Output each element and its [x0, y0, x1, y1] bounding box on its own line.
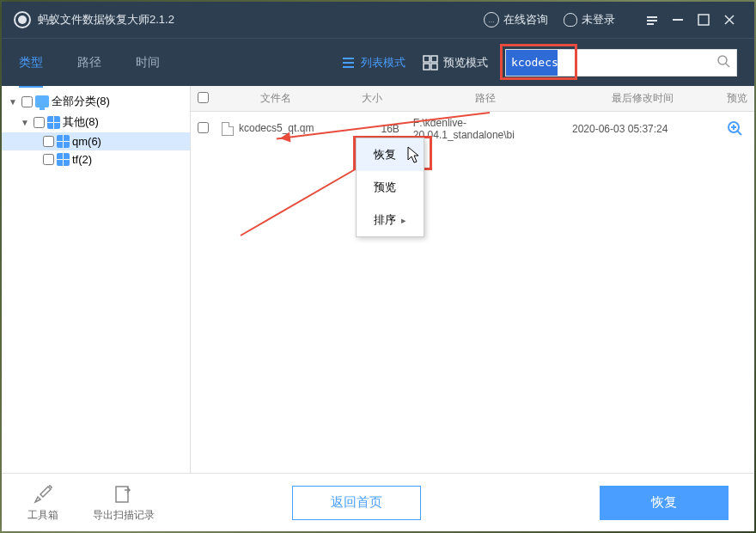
- wrench-icon: [32, 483, 54, 505]
- svg-rect-10: [424, 64, 430, 70]
- list-mode-label: 列表模式: [361, 55, 405, 70]
- preview-mode-button[interactable]: 预览模式: [423, 55, 488, 70]
- tree-tf[interactable]: tf(2): [2, 150, 190, 168]
- row-size: 16B: [338, 123, 406, 135]
- svg-rect-2: [647, 23, 654, 25]
- svg-rect-11: [431, 64, 437, 70]
- svg-rect-3: [673, 19, 683, 21]
- user-icon: [564, 13, 577, 27]
- tab-type[interactable]: 类型: [19, 50, 43, 76]
- svg-rect-0: [647, 16, 657, 18]
- select-all-checkbox[interactable]: [198, 92, 209, 103]
- sidebar: ▼ 全部分类(8) ▼ 其他(8) qm(6) tf(2): [2, 86, 191, 473]
- footer: 工具箱 导出扫描记录 返回首页 恢复: [2, 473, 754, 531]
- cursor-icon: [407, 146, 421, 167]
- col-size[interactable]: 大小: [338, 91, 406, 106]
- svg-rect-8: [424, 56, 430, 62]
- ctx-preview[interactable]: 预览: [357, 171, 424, 204]
- svg-line-15: [737, 131, 741, 135]
- col-name[interactable]: 文件名: [215, 91, 338, 106]
- titlebar: 蚂蚁文件数据恢复大师2.1.2 … 在线咨询 未登录: [2, 2, 754, 38]
- category-icon: [47, 116, 60, 129]
- category-icon: [57, 153, 70, 166]
- svg-line-13: [726, 64, 729, 67]
- search-input[interactable]: [505, 49, 737, 77]
- toolbox-label: 工具箱: [27, 508, 58, 523]
- col-preview[interactable]: 预览: [720, 91, 754, 106]
- app-logo-icon: [14, 11, 31, 28]
- monitor-icon: [35, 95, 49, 107]
- search-icon[interactable]: [716, 54, 730, 71]
- svg-rect-18: [116, 487, 128, 502]
- minimize-button[interactable]: [665, 2, 691, 38]
- svg-rect-9: [431, 56, 437, 62]
- toolbar: 类型 路径 时间 列表模式 预览模式: [2, 38, 754, 86]
- export-button[interactable]: 导出扫描记录: [93, 483, 155, 523]
- chat-icon: …: [484, 12, 499, 28]
- preview-mode-label: 预览模式: [443, 55, 488, 70]
- tree-qm[interactable]: qm(6): [2, 132, 190, 150]
- tree-all-checkbox[interactable]: [21, 96, 33, 107]
- table-row[interactable]: kcodecs5_qt.qm 16B F:\kdenlive-20.04.1_s…: [191, 112, 754, 146]
- row-checkbox[interactable]: [198, 122, 209, 133]
- col-path[interactable]: 路径: [406, 91, 565, 106]
- online-consult-button[interactable]: … 在线咨询: [484, 12, 548, 28]
- home-button[interactable]: 返回首页: [292, 486, 421, 520]
- main-panel: 文件名 大小 路径 最后修改时间 预览 kcodecs5_qt.qm 16B F…: [191, 86, 754, 473]
- tree-tf-label: tf(2): [72, 153, 92, 166]
- col-time[interactable]: 最后修改时间: [565, 91, 720, 106]
- tree-all[interactable]: ▼ 全部分类(8): [2, 91, 190, 112]
- login-label: 未登录: [582, 12, 615, 28]
- toolbox-button[interactable]: 工具箱: [27, 483, 58, 523]
- row-time: 2020-06-03 05:37:24: [565, 123, 720, 135]
- tree-qm-label: qm(6): [72, 135, 101, 148]
- close-button[interactable]: [716, 2, 742, 38]
- tab-path[interactable]: 路径: [77, 50, 101, 76]
- tree-qm-checkbox[interactable]: [43, 136, 54, 147]
- login-button[interactable]: 未登录: [564, 12, 615, 28]
- row-name: kcodecs5_qt.qm: [239, 122, 314, 134]
- consult-label: 在线咨询: [503, 12, 548, 28]
- tree-tf-checkbox[interactable]: [43, 154, 54, 165]
- export-label: 导出扫描记录: [93, 508, 155, 523]
- tree-other-checkbox[interactable]: [34, 117, 45, 128]
- export-icon: [113, 483, 135, 505]
- svg-rect-1: [647, 20, 657, 21]
- row-path: F:\kdenlive-20.04.1_standalone\bi: [406, 117, 565, 141]
- svg-rect-4: [698, 15, 709, 25]
- grid-icon: [423, 55, 438, 70]
- list-mode-button[interactable]: 列表模式: [340, 55, 405, 70]
- recover-button[interactable]: 恢复: [600, 486, 729, 520]
- category-icon: [57, 135, 70, 148]
- table-header: 文件名 大小 路径 最后修改时间 预览: [191, 86, 754, 112]
- file-icon: [222, 122, 234, 136]
- svg-point-12: [718, 56, 727, 64]
- tree-other-label: 其他(8): [63, 114, 99, 130]
- settings-button[interactable]: [639, 2, 665, 38]
- preview-icon[interactable]: [727, 120, 742, 136]
- list-icon: [340, 55, 356, 70]
- app-title: 蚂蚁文件数据恢复大师2.1.2: [38, 12, 484, 28]
- maximize-button[interactable]: [691, 2, 716, 38]
- tab-time[interactable]: 时间: [136, 50, 160, 76]
- tree-other[interactable]: ▼ 其他(8): [2, 112, 190, 132]
- ctx-sort[interactable]: 排序▸: [357, 204, 424, 236]
- tree-all-label: 全部分类(8): [52, 94, 110, 109]
